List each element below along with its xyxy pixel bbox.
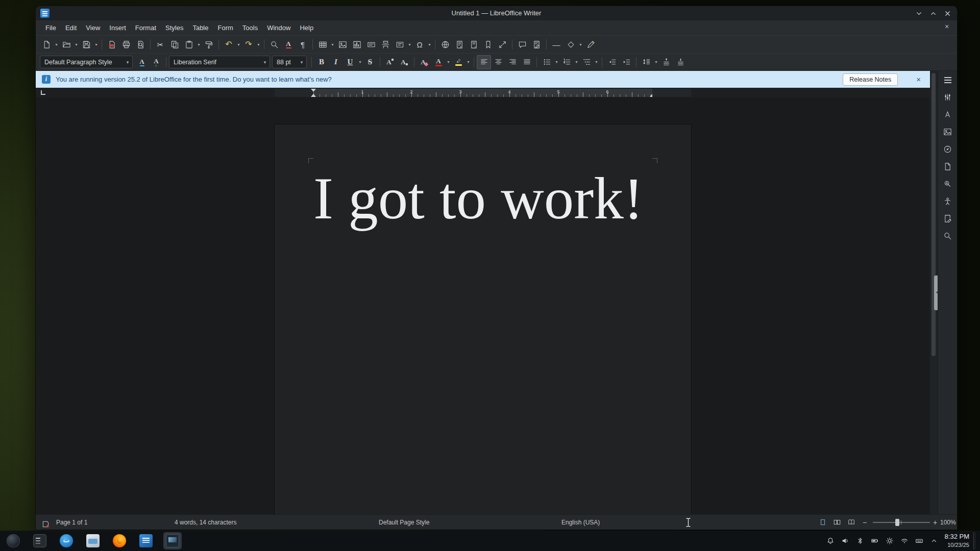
save-button[interactable]: ▾ [79, 37, 99, 52]
outline-list-button[interactable]: ▾ [579, 55, 599, 69]
single-page-view-button[interactable] [817, 517, 829, 528]
tray-expand-button[interactable] [928, 535, 940, 546]
titlebar[interactable]: Untitled 1 — LibreOffice Writer [36, 6, 957, 20]
redo-button[interactable]: ↷▾ [241, 37, 261, 52]
insert-field-button[interactable]: ▾ [393, 37, 412, 52]
highlight-color-button[interactable]: ▾ [451, 55, 471, 69]
dropdown-arrow-icon[interactable]: ▾ [196, 37, 202, 52]
formatting-marks-button[interactable]: ¶ [296, 37, 310, 52]
basic-shapes-button[interactable]: ▾ [564, 37, 583, 52]
italic-button[interactable]: I [329, 55, 343, 69]
clock[interactable]: 8:32 PM 10/23/25 [945, 533, 969, 548]
sidebar-properties-button[interactable] [940, 90, 955, 105]
close-document-button[interactable]: × [942, 22, 952, 31]
special-character-button[interactable]: Ω▾ [412, 37, 432, 52]
horizontal-ruler[interactable]: 1 2 3 4 5 6 7 [275, 89, 691, 97]
dropdown-arrow-icon[interactable]: ▾ [330, 37, 335, 52]
bluetooth-tray-button[interactable] [854, 535, 866, 546]
dropdown-arrow-icon[interactable]: ▾ [578, 37, 583, 52]
print-preview-button[interactable] [133, 37, 148, 52]
menu-table[interactable]: Table [188, 22, 213, 34]
export-pdf-button[interactable] [105, 37, 119, 52]
taskbar-terminal-button[interactable] [31, 532, 49, 549]
insert-comment-button[interactable] [515, 37, 529, 52]
menu-window[interactable]: Window [262, 22, 295, 34]
tab-stop-selector-icon[interactable] [41, 90, 45, 95]
clear-formatting-button[interactable]: A [417, 55, 431, 69]
sidebar-gallery-button[interactable] [940, 124, 955, 139]
bullet-list-button[interactable]: ▾ [540, 55, 559, 69]
strikethrough-button[interactable]: S [363, 55, 377, 69]
dropdown-arrow-icon[interactable]: ▾ [260, 60, 270, 65]
right-indent-marker[interactable] [650, 91, 655, 97]
insert-page-break-button[interactable] [378, 37, 393, 52]
document-modified-icon[interactable] [42, 518, 50, 530]
track-changes-button[interactable] [529, 37, 544, 52]
insert-hyperlink-button[interactable] [438, 37, 452, 52]
spelling-button[interactable]: A [281, 37, 296, 52]
menu-view[interactable]: View [81, 22, 105, 34]
decrease-indent-button[interactable] [605, 55, 619, 69]
document-text[interactable]: I got to work! [313, 162, 652, 235]
dropdown-arrow-icon[interactable]: ▾ [574, 55, 579, 69]
insert-footnote-button[interactable] [452, 37, 467, 52]
scrollbar-thumb[interactable] [932, 73, 936, 356]
dropdown-arrow-icon[interactable]: ▾ [465, 55, 471, 69]
dropdown-arrow-icon[interactable]: ▾ [653, 55, 659, 69]
sidebar-page-button[interactable] [940, 159, 955, 174]
dropdown-arrow-icon[interactable]: ▾ [297, 60, 306, 65]
minimize-button[interactable] [912, 7, 925, 19]
document-page[interactable]: I got to work! [275, 124, 691, 514]
keyboard-tray-button[interactable] [914, 535, 925, 546]
network-tray-button[interactable] [899, 535, 910, 546]
insert-table-button[interactable]: ▾ [315, 37, 335, 52]
sidebar-styles-button[interactable] [940, 107, 955, 122]
dropdown-arrow-icon[interactable]: ▾ [123, 60, 132, 65]
increase-indent-button[interactable] [619, 55, 633, 69]
paragraph-style-select[interactable]: Default Paragraph Style▾ [40, 56, 133, 68]
zoom-slider[interactable] [873, 522, 930, 523]
font-size-select[interactable]: 88 pt▾ [272, 56, 307, 68]
start-menu-button[interactable] [4, 532, 22, 549]
dropdown-arrow-icon[interactable]: ▾ [54, 37, 59, 52]
menu-format[interactable]: Format [131, 22, 161, 34]
zoom-in-button[interactable]: + [933, 515, 937, 530]
undo-button[interactable]: ↶▾ [222, 37, 241, 52]
copy-button[interactable] [167, 37, 182, 52]
taskbar-files-button[interactable] [84, 532, 102, 549]
sidebar-settings-button[interactable] [940, 72, 955, 87]
taskbar-discover-button[interactable] [57, 532, 76, 549]
zoom-level[interactable]: 100% [940, 515, 956, 530]
dropdown-arrow-icon[interactable]: ▾ [74, 37, 79, 52]
status-page-number[interactable]: Page 1 of 1 [56, 515, 87, 530]
insert-bookmark-button[interactable] [481, 37, 495, 52]
menu-file[interactable]: File [41, 22, 61, 34]
superscript-button[interactable]: A [383, 55, 397, 69]
update-style-button[interactable]: A [135, 55, 149, 69]
insert-endnote-button[interactable] [467, 37, 481, 52]
dropdown-arrow-icon[interactable]: ▾ [256, 37, 261, 52]
cut-button[interactable]: ✂ [153, 37, 167, 52]
justify-button[interactable] [520, 55, 534, 69]
insert-chart-button[interactable] [350, 37, 364, 52]
sidebar-manage-changes-button[interactable] [940, 211, 955, 226]
taskbar-firefox-button[interactable] [110, 532, 129, 549]
status-language[interactable]: English (USA) [561, 515, 600, 530]
dropdown-arrow-icon[interactable]: ▾ [554, 55, 559, 69]
underline-button[interactable]: U▾ [343, 55, 363, 69]
zoom-out-button[interactable]: − [863, 515, 867, 530]
align-center-button[interactable] [491, 55, 505, 69]
status-page-style[interactable]: Default Page Style [379, 515, 429, 530]
show-desktop-button[interactable] [973, 532, 976, 549]
sidebar-accessibility-button[interactable] [940, 194, 955, 209]
book-view-button[interactable] [845, 517, 857, 528]
open-button[interactable]: ▾ [59, 37, 79, 52]
multi-page-view-button[interactable] [831, 517, 843, 528]
horizontal-line-button[interactable]: — [549, 37, 564, 52]
dropdown-arrow-icon[interactable]: ▾ [93, 37, 99, 52]
font-name-select[interactable]: Liberation Serif▾ [169, 56, 270, 68]
decrease-paragraph-spacing-button[interactable] [673, 55, 688, 69]
taskbar-active-window-button[interactable] [163, 532, 182, 549]
subscript-button[interactable]: A [397, 55, 411, 69]
show-draw-functions-button[interactable] [583, 37, 598, 52]
